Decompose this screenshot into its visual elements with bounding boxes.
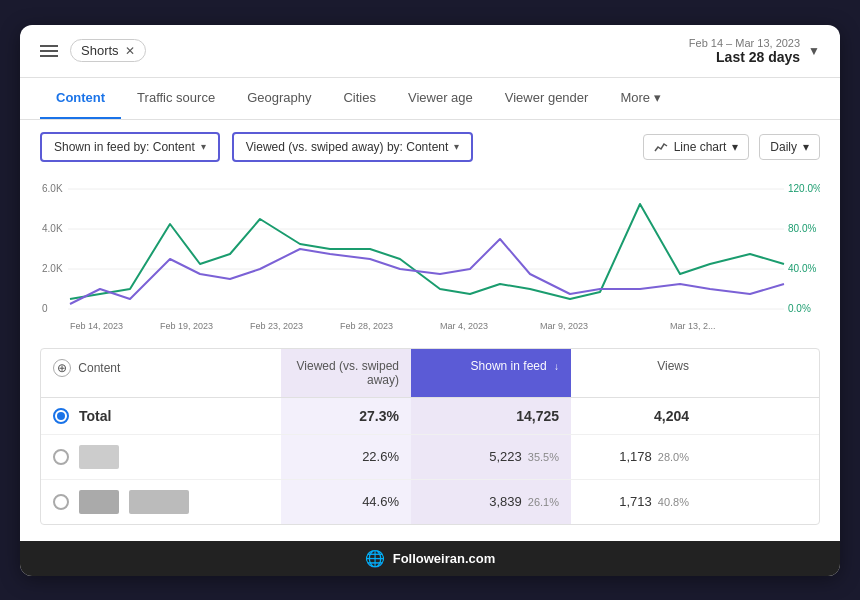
period-selector[interactable]: Daily ▾ [759, 134, 820, 160]
tabs-bar: Content Traffic source Geography Cities … [20, 78, 840, 120]
filter-shown-in-feed[interactable]: Shown in feed by: Content ▾ [40, 132, 220, 162]
svg-text:Mar 4, 2023: Mar 4, 2023 [440, 321, 488, 331]
globe-icon: 🌐 [365, 549, 385, 568]
close-icon[interactable]: ✕ [125, 44, 135, 58]
header: Shorts ✕ Feb 14 – Mar 13, 2023 Last 28 d… [20, 25, 840, 78]
filters-row: Shown in feed by: Content ▾ Viewed (vs. … [20, 120, 840, 174]
row2-radio[interactable] [53, 494, 69, 510]
svg-text:120.0%: 120.0% [788, 183, 820, 194]
total-label: Total [79, 408, 111, 424]
tab-traffic-source[interactable]: Traffic source [121, 78, 231, 119]
row2-views-cell: 1,713 40.8% [571, 480, 701, 524]
brand-text: Followeiran.com [393, 551, 496, 566]
svg-text:Mar 9, 2023: Mar 9, 2023 [540, 321, 588, 331]
shorts-badge-label: Shorts [81, 43, 119, 58]
col-extra-header [701, 349, 781, 397]
svg-text:0: 0 [42, 303, 48, 314]
tab-content[interactable]: Content [40, 78, 121, 119]
filter1-label: Shown in feed by: Content [54, 140, 195, 154]
row2-viewed-cell: 44.6% [281, 480, 411, 524]
total-shown-cell: 14,725 [411, 398, 571, 434]
filter2-arrow: ▾ [454, 141, 459, 152]
svg-text:6.0K: 6.0K [42, 183, 63, 194]
total-content-cell: Total [41, 398, 281, 434]
line-chart: 6.0K 4.0K 2.0K 0 120.0% 80.0% 40.0% 0.0%… [40, 174, 820, 334]
period-label: Daily [770, 140, 797, 154]
row2-content-info [53, 490, 189, 514]
svg-text:0.0%: 0.0% [788, 303, 811, 314]
row1-content-info [53, 445, 119, 469]
chevron-down-icon: ▾ [654, 90, 661, 105]
shorts-filter-badge[interactable]: Shorts ✕ [70, 39, 146, 62]
date-label: Feb 14 – Mar 13, 2023 [689, 37, 800, 49]
main-container: Shorts ✕ Feb 14 – Mar 13, 2023 Last 28 d… [20, 25, 840, 576]
row1-viewed-cell: 22.6% [281, 435, 411, 479]
date-value: Last 28 days [689, 49, 800, 65]
svg-text:2.0K: 2.0K [42, 263, 63, 274]
row2-views-sub: 40.8% [658, 496, 689, 508]
row2-content-cell [41, 480, 281, 524]
row1-shown-cell: 5,223 35.5% [411, 435, 571, 479]
svg-text:Feb 14, 2023: Feb 14, 2023 [70, 321, 123, 331]
filter1-arrow: ▾ [201, 141, 206, 152]
line-chart-icon [654, 140, 668, 154]
row1-content-cell [41, 435, 281, 479]
svg-text:Mar 13, 2...: Mar 13, 2... [670, 321, 716, 331]
chart-type-selector[interactable]: Line chart ▾ [643, 134, 750, 160]
table-row-2: 44.6% 3,839 26.1% 1,713 40.8% [41, 480, 819, 524]
row1-views-cell: 1,178 28.0% [571, 435, 701, 479]
svg-text:40.0%: 40.0% [788, 263, 816, 274]
col-content-header: ⊕ Content [41, 349, 281, 397]
col-shown-header: Shown in feed ↓ [411, 349, 571, 397]
svg-text:Feb 28, 2023: Feb 28, 2023 [340, 321, 393, 331]
tab-more[interactable]: More ▾ [604, 78, 677, 119]
row2-thumbnail [79, 490, 119, 514]
table-row-total: Total 27.3% 14,725 4,204 [41, 398, 819, 435]
chart-area: 6.0K 4.0K 2.0K 0 120.0% 80.0% 40.0% 0.0%… [20, 174, 840, 348]
svg-text:80.0%: 80.0% [788, 223, 816, 234]
tab-cities[interactable]: Cities [327, 78, 392, 119]
row2-thumbnail2 [129, 490, 189, 514]
total-extra-cell [701, 398, 781, 434]
filter-viewed-vs-swiped[interactable]: Viewed (vs. swiped away) by: Content ▾ [232, 132, 474, 162]
svg-text:4.0K: 4.0K [42, 223, 63, 234]
table-header-row: ⊕ Content Viewed (vs. swiped away) Shown… [41, 349, 819, 398]
filter2-label: Viewed (vs. swiped away) by: Content [246, 140, 449, 154]
chart-controls: Line chart ▾ Daily ▾ [643, 134, 820, 160]
date-range-text: Feb 14 – Mar 13, 2023 Last 28 days [689, 37, 800, 65]
total-radio[interactable] [53, 408, 69, 424]
date-dropdown-arrow: ▼ [808, 44, 820, 58]
add-column-icon[interactable]: ⊕ [53, 359, 71, 377]
total-content-info: Total [53, 408, 111, 424]
total-viewed-cell: 27.3% [281, 398, 411, 434]
tab-geography[interactable]: Geography [231, 78, 327, 119]
menu-icon[interactable] [40, 45, 58, 57]
data-table: ⊕ Content Viewed (vs. swiped away) Shown… [40, 348, 820, 525]
chart-type-label: Line chart [674, 140, 727, 154]
total-views-cell: 4,204 [571, 398, 701, 434]
col-views-header: Views [571, 349, 701, 397]
svg-text:Feb 19, 2023: Feb 19, 2023 [160, 321, 213, 331]
date-range-selector[interactable]: Feb 14 – Mar 13, 2023 Last 28 days ▼ [689, 37, 820, 65]
bottom-bar: 🌐 Followeiran.com [20, 541, 840, 576]
row1-shown-sub: 35.5% [528, 451, 559, 463]
col-viewed-header: Viewed (vs. swiped away) [281, 349, 411, 397]
row1-extra-cell [701, 435, 781, 479]
svg-text:Feb 23, 2023: Feb 23, 2023 [250, 321, 303, 331]
tab-viewer-age[interactable]: Viewer age [392, 78, 489, 119]
chart-type-arrow: ▾ [732, 140, 738, 154]
period-arrow: ▾ [803, 140, 809, 154]
tab-viewer-gender[interactable]: Viewer gender [489, 78, 605, 119]
row2-shown-cell: 3,839 26.1% [411, 480, 571, 524]
row2-extra-cell [701, 480, 781, 524]
row1-radio[interactable] [53, 449, 69, 465]
row1-views-sub: 28.0% [658, 451, 689, 463]
sort-icon: ↓ [554, 361, 559, 372]
row2-shown-sub: 26.1% [528, 496, 559, 508]
table-row-1: 22.6% 5,223 35.5% 1,178 28.0% [41, 435, 819, 480]
row1-thumbnail [79, 445, 119, 469]
